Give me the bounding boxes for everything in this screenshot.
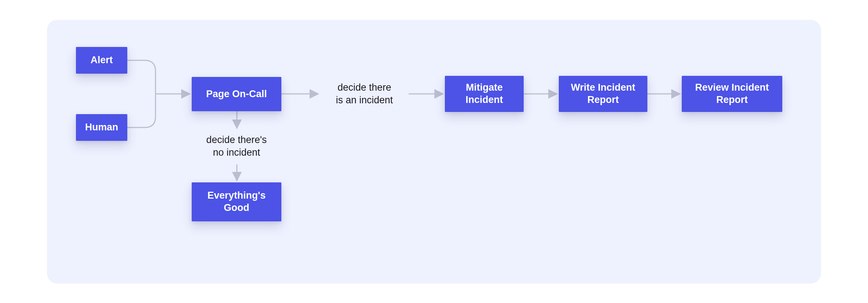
node-page-on-call: Page On-Call <box>192 77 281 111</box>
node-mitigate-incident: Mitigate Incident <box>445 76 524 112</box>
edge-label-no-incident: decide there's no incident <box>192 134 281 159</box>
node-everythings-good: Everything's Good <box>192 182 281 221</box>
node-review-report: Review Incident Report <box>682 76 782 112</box>
node-write-report: Write Incident Report <box>559 76 647 112</box>
node-alert: Alert <box>76 47 127 74</box>
diagram-panel: Alert Human Page On-Call Everything's Go… <box>47 20 821 283</box>
connectors-layer <box>47 20 821 283</box>
node-human: Human <box>76 114 127 141</box>
edge-label-is-incident: decide there is an incident <box>320 81 409 107</box>
